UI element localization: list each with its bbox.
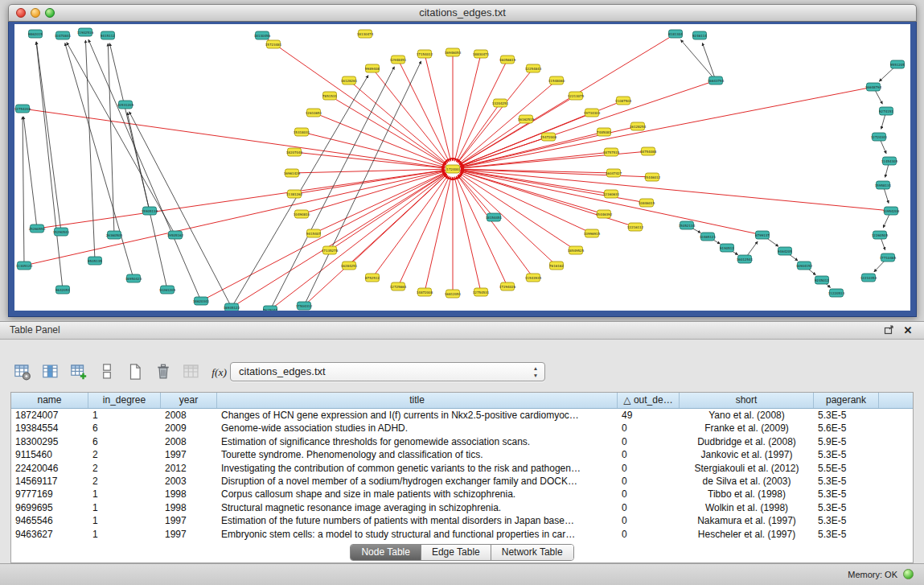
graph-node[interactable]: 12724341 xyxy=(871,133,888,141)
minimize-window-button[interactable] xyxy=(31,8,40,18)
graph-node[interactable]: 18754088 xyxy=(640,147,657,155)
graph-node[interactable]: 15290541 xyxy=(53,228,70,236)
zoom-window-button[interactable] xyxy=(45,8,55,18)
graph-node[interactable]: 18549525 xyxy=(568,246,585,254)
graph-node[interactable]: 8181304 xyxy=(668,30,683,38)
column-header-out_de[interactable]: △ out_de… xyxy=(618,393,680,408)
graph-node[interactable]: 16128261 xyxy=(341,76,358,84)
graph-node[interactable]: 25260550 xyxy=(29,225,46,233)
graph-node[interactable]: 9415407 xyxy=(306,229,321,237)
graph-node[interactable]: 18207040 xyxy=(286,148,303,156)
graph-node[interactable]: 7485081 xyxy=(597,128,611,136)
graph-node[interactable]: 7616162 xyxy=(549,262,564,270)
table-row[interactable]: 911546021997Tourette syndrome. Phenomeno… xyxy=(11,448,913,461)
close-panel-icon[interactable]: ✕ xyxy=(901,324,914,337)
graph-node[interactable]: 11454305 xyxy=(881,157,898,165)
new-table-icon[interactable] xyxy=(124,360,146,383)
graph-node[interactable]: 9989408 xyxy=(365,64,380,72)
graph-node[interactable]: 7615044 xyxy=(263,306,277,311)
graph-node[interactable]: 14872008 xyxy=(417,288,433,296)
graph-node[interactable]: 15446392 xyxy=(596,210,613,218)
graph-node[interactable]: 11381262 xyxy=(286,190,303,198)
column-header-pagerank[interactable]: pagerank xyxy=(814,393,879,408)
delete-table-icon[interactable] xyxy=(152,360,175,383)
table-row[interactable]: 1872400712008Changes of HCN gene express… xyxy=(11,409,913,422)
graph-node[interactable]: 10846015 xyxy=(639,199,655,207)
graph-node[interactable]: 10470841 xyxy=(55,31,72,39)
graph-node[interactable]: 10490810 xyxy=(294,210,310,218)
graph-node[interactable]: 15472008 xyxy=(540,133,557,141)
graph-node[interactable]: 11902516 xyxy=(77,28,94,36)
graph-node[interactable]: 20531205 xyxy=(117,101,134,109)
graph-node[interactable]: 18130456 xyxy=(254,31,271,39)
graph-node[interactable]: 17135278 xyxy=(322,246,339,254)
graph-node[interactable]: 18620341 xyxy=(193,297,210,305)
table-row[interactable]: 2242004622012Investigating the contribut… xyxy=(11,462,913,475)
graph-node[interactable]: 9862015 xyxy=(28,30,43,38)
graph-node[interactable]: 8752512 xyxy=(365,274,380,282)
graph-node[interactable]: 17504312 xyxy=(296,302,313,310)
graph-node[interactable]: 9246114 xyxy=(692,31,707,39)
graph-node[interactable]: 10261205 xyxy=(159,286,176,294)
graph-node[interactable]: 15446012 xyxy=(644,173,661,181)
graph-node[interactable]: 16935122 xyxy=(224,303,240,311)
graph-node[interactable]: 15318031 xyxy=(294,128,310,136)
graph-node[interactable]: 9551205 xyxy=(890,60,905,68)
select-columns-icon[interactable] xyxy=(39,360,62,383)
graph-node[interactable]: 12216112 xyxy=(627,223,644,231)
graph-node[interactable]: 10465121 xyxy=(700,233,717,241)
graph-node[interactable]: 18130474 xyxy=(357,30,374,38)
graph-node[interactable]: 17154012 xyxy=(417,50,433,58)
graph-node[interactable]: 9505135 xyxy=(88,257,102,265)
graph-node[interactable]: 7851531 xyxy=(322,92,337,100)
graph-node[interactable]: 18154451 xyxy=(486,213,503,221)
graph-node[interactable]: 12754208 xyxy=(14,105,31,113)
graph-node[interactable]: 12210354 xyxy=(860,274,877,282)
table-row[interactable]: 977716911998Corpus callosum shape and si… xyxy=(11,488,913,501)
close-window-button[interactable] xyxy=(16,8,26,18)
graph-node[interactable]: 10954208 xyxy=(883,207,900,215)
column-header-short[interactable]: short xyxy=(680,393,814,408)
graph-node[interactable]: 15723481 xyxy=(265,40,282,48)
graph-node[interactable]: 19734303 xyxy=(584,109,601,117)
table-row[interactable]: 969969511998Structural magnetic resonanc… xyxy=(11,501,913,514)
import-table-icon[interactable] xyxy=(180,360,203,383)
graph-node[interactable]: 16643794 xyxy=(708,76,725,84)
network-window-titlebar[interactable]: citations_edges.txt xyxy=(8,4,917,22)
graph-node[interactable]: 16284251 xyxy=(341,262,358,270)
table-row[interactable]: 1456911722003Disruption of a novel membe… xyxy=(11,475,913,488)
memory-status-indicator[interactable] xyxy=(903,569,914,579)
column-header-in_degree[interactable]: in_degree xyxy=(88,393,161,408)
graph-node[interactable]: 9464205 xyxy=(778,247,792,255)
graph-node[interactable]: 10996915 xyxy=(584,229,601,237)
graph-node[interactable]: 11087504 xyxy=(615,97,632,105)
graph-node[interactable]: 13204251 xyxy=(492,99,509,107)
graph-node[interactable]: 15958131 xyxy=(875,181,892,189)
citation-network-graph[interactable]: 1724001604742712160631154463921099691518… xyxy=(14,24,910,311)
table-row[interactable]: 946362711997Embryonic stem cells: a mode… xyxy=(11,528,913,541)
graph-node[interactable]: 12725664 xyxy=(390,282,407,290)
add-column-icon[interactable] xyxy=(68,360,90,383)
table-selector-dropdown[interactable]: citations_edges.txt ▲▼ xyxy=(230,362,545,381)
tab-node-table[interactable]: Node Table xyxy=(351,545,421,560)
graph-node[interactable]: 16904152 xyxy=(796,262,813,270)
graph-node[interactable]: 18757515 xyxy=(603,148,620,156)
tab-edge-table[interactable]: Edge Table xyxy=(421,545,491,560)
graph-node[interactable]: 9642051 xyxy=(55,286,70,294)
graph-node[interactable]: 9245012 xyxy=(815,276,829,284)
graph-node[interactable]: 16961426 xyxy=(284,169,301,177)
graph-node[interactable]: 9415112 xyxy=(101,31,115,39)
column-header-name[interactable]: name xyxy=(11,393,88,408)
graph-node[interactable]: 12754531 xyxy=(473,288,490,296)
graph-node[interactable]: 12948451 xyxy=(390,56,407,64)
column-list-icon[interactable] xyxy=(96,360,118,383)
graph-node[interactable]: 12610651 xyxy=(306,109,322,117)
graph-node[interactable]: 16047427 xyxy=(606,169,622,177)
graph-node[interactable]: 11305120 xyxy=(16,262,33,270)
graph-node[interactable]: 11543935 xyxy=(525,274,542,282)
graph-node[interactable]: 6799137 xyxy=(755,231,770,239)
graph-node[interactable]: 12160631 xyxy=(603,190,620,198)
table-settings-icon[interactable] xyxy=(11,360,34,383)
graph-node[interactable]: 16128254 xyxy=(630,122,647,130)
network-canvas[interactable]: 1724001604742712160631154463921099691518… xyxy=(14,24,910,311)
